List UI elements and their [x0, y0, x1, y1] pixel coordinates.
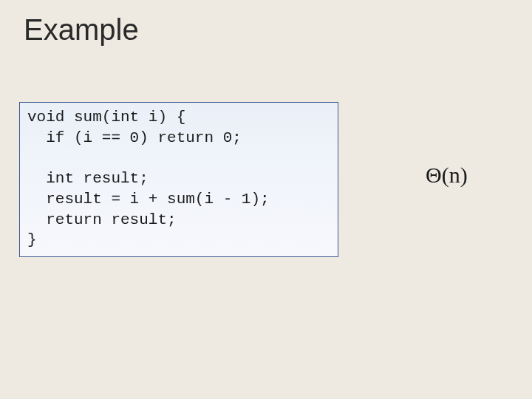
- slide: Example void sum(int i) { if (i == 0) re…: [0, 0, 532, 399]
- code-block: void sum(int i) { if (i == 0) return 0; …: [27, 107, 330, 250]
- code-box: void sum(int i) { if (i == 0) return 0; …: [19, 102, 338, 257]
- slide-title: Example: [24, 13, 139, 47]
- complexity-label: Θ(n): [426, 163, 468, 188]
